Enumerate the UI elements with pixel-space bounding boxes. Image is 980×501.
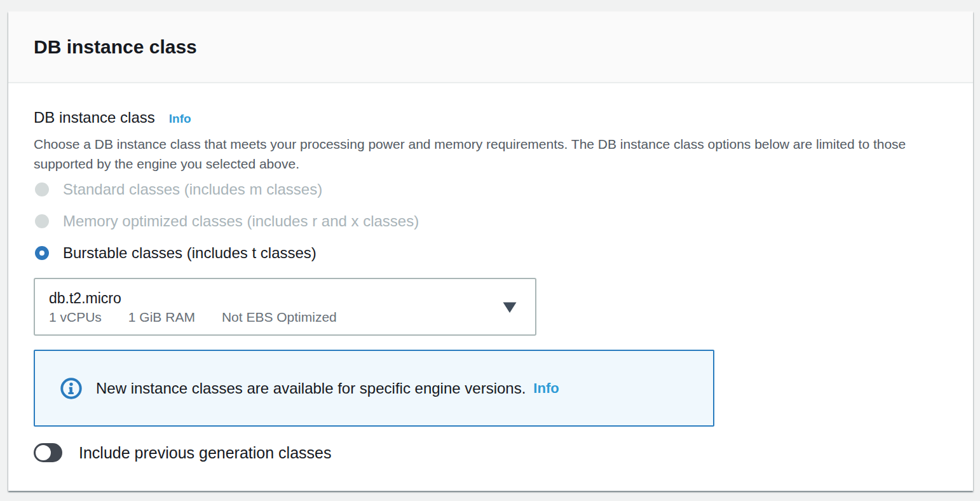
panel-title: DB instance class	[34, 36, 948, 58]
instance-class-select[interactable]: db.t2.micro 1 vCPUs 1 GiB RAM Not EBS Op…	[34, 278, 536, 336]
select-value: db.t2.micro	[49, 289, 337, 307]
page: { "panel": { "title": "DB instance class…	[0, 0, 980, 501]
spec-ebs: Not EBS Optimized	[222, 310, 337, 325]
alert-message: New instance classes are available for s…	[96, 380, 526, 397]
field-label-row: DB instance class Info	[34, 109, 948, 128]
radio-option-label: Memory optimized classes (includes r and…	[63, 212, 419, 230]
toggle-knob	[36, 445, 51, 460]
alert-info-link[interactable]: Info	[533, 380, 559, 397]
info-circle-icon	[60, 378, 82, 399]
radio-option-label: Burstable classes (includes t classes)	[63, 244, 316, 262]
radio-option-burstable-classes[interactable]: Burstable classes (includes t classes)	[34, 237, 948, 269]
spec-ram: 1 GiB RAM	[128, 310, 195, 325]
radio-option-memory-optimized-classes: Memory optimized classes (includes r and…	[34, 205, 948, 237]
field-info-link[interactable]: Info	[169, 112, 191, 126]
radio-button-icon	[35, 214, 49, 228]
select-specs: 1 vCPUs 1 GiB RAM Not EBS Optimized	[49, 310, 337, 325]
instance-class-radio-group: Standard classes (includes m classes) Me…	[34, 174, 948, 269]
select-text: db.t2.micro 1 vCPUs 1 GiB RAM Not EBS Op…	[49, 289, 337, 325]
radio-option-label: Standard classes (includes m classes)	[63, 181, 322, 198]
db-instance-class-panel: DB instance class DB instance class Info…	[8, 11, 973, 491]
previous-generation-toggle[interactable]	[34, 443, 62, 462]
field-label: DB instance class	[34, 109, 155, 127]
previous-generation-row: Include previous generation classes	[34, 443, 948, 462]
radio-button-selected-icon[interactable]	[35, 246, 49, 260]
radio-button-icon	[35, 182, 49, 196]
caret-down-icon	[502, 301, 517, 313]
panel-body: DB instance class Info Choose a DB insta…	[8, 83, 973, 490]
info-alert: New instance classes are available for s…	[34, 350, 714, 427]
panel-header: DB instance class	[8, 11, 973, 83]
field-description: Choose a DB instance class that meets yo…	[34, 134, 936, 174]
radio-option-standard-classes: Standard classes (includes m classes)	[34, 174, 948, 205]
toggle-label: Include previous generation classes	[79, 444, 331, 462]
spec-vcpus: 1 vCPUs	[49, 310, 102, 325]
